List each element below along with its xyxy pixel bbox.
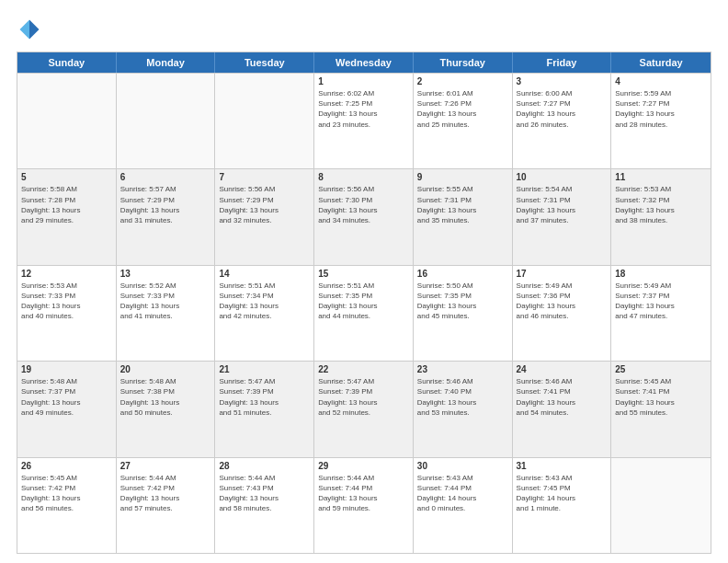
calendar-header-cell: Monday xyxy=(117,52,216,73)
calendar-cell: 18Sunrise: 5:49 AM Sunset: 7:37 PM Dayli… xyxy=(611,266,711,361)
day-number: 24 xyxy=(517,364,608,374)
day-number: 20 xyxy=(120,364,211,374)
calendar-cell xyxy=(17,74,117,168)
calendar-header-cell: Saturday xyxy=(611,52,711,73)
calendar-cell: 24Sunrise: 5:46 AM Sunset: 7:41 PM Dayli… xyxy=(513,362,612,456)
calendar-cell: 31Sunrise: 5:43 AM Sunset: 7:45 PM Dayli… xyxy=(513,458,612,553)
day-info: Sunrise: 5:54 AM Sunset: 7:31 PM Dayligh… xyxy=(517,184,608,225)
calendar-cell: 23Sunrise: 5:46 AM Sunset: 7:40 PM Dayli… xyxy=(414,362,513,456)
day-number: 10 xyxy=(517,172,608,182)
day-number: 13 xyxy=(120,269,211,279)
day-info: Sunrise: 5:59 AM Sunset: 7:27 PM Dayligh… xyxy=(615,88,707,130)
day-info: Sunrise: 5:49 AM Sunset: 7:36 PM Dayligh… xyxy=(517,281,608,322)
header xyxy=(17,17,711,42)
calendar-cell: 29Sunrise: 5:44 AM Sunset: 7:44 PM Dayli… xyxy=(314,458,414,553)
day-number: 19 xyxy=(21,364,112,374)
calendar-cell: 26Sunrise: 5:45 AM Sunset: 7:42 PM Dayli… xyxy=(17,458,117,553)
day-info: Sunrise: 5:45 AM Sunset: 7:42 PM Dayligh… xyxy=(21,473,112,514)
day-info: Sunrise: 5:49 AM Sunset: 7:37 PM Dayligh… xyxy=(615,281,707,322)
calendar-cell: 25Sunrise: 5:45 AM Sunset: 7:41 PM Dayli… xyxy=(611,362,711,456)
day-number: 7 xyxy=(219,172,310,182)
day-info: Sunrise: 5:53 AM Sunset: 7:32 PM Dayligh… xyxy=(615,184,707,225)
calendar-cell: 7Sunrise: 5:56 AM Sunset: 7:29 PM Daylig… xyxy=(215,169,314,264)
calendar-cell: 27Sunrise: 5:44 AM Sunset: 7:42 PM Dayli… xyxy=(117,458,216,553)
calendar-cell: 1Sunrise: 6:02 AM Sunset: 7:25 PM Daylig… xyxy=(314,74,414,168)
day-number: 29 xyxy=(318,461,409,471)
day-info: Sunrise: 5:58 AM Sunset: 7:28 PM Dayligh… xyxy=(21,184,112,225)
day-number: 2 xyxy=(417,76,508,86)
calendar-cell: 28Sunrise: 5:44 AM Sunset: 7:43 PM Dayli… xyxy=(215,458,314,553)
logo xyxy=(17,17,46,42)
day-info: Sunrise: 6:01 AM Sunset: 7:26 PM Dayligh… xyxy=(417,88,508,130)
day-info: Sunrise: 6:00 AM Sunset: 7:27 PM Dayligh… xyxy=(517,88,608,130)
calendar-cell: 12Sunrise: 5:53 AM Sunset: 7:33 PM Dayli… xyxy=(17,266,117,361)
calendar-week: 19Sunrise: 5:48 AM Sunset: 7:37 PM Dayli… xyxy=(17,361,711,456)
calendar-cell: 22Sunrise: 5:47 AM Sunset: 7:39 PM Dayli… xyxy=(314,362,414,456)
day-number: 11 xyxy=(615,172,707,182)
day-info: Sunrise: 5:44 AM Sunset: 7:42 PM Dayligh… xyxy=(120,473,211,514)
day-info: Sunrise: 5:43 AM Sunset: 7:45 PM Dayligh… xyxy=(517,473,608,514)
calendar: SundayMondayTuesdayWednesdayThursdayFrid… xyxy=(17,52,711,554)
day-number: 26 xyxy=(21,461,112,471)
day-info: Sunrise: 5:53 AM Sunset: 7:33 PM Dayligh… xyxy=(21,281,112,322)
calendar-cell: 15Sunrise: 5:51 AM Sunset: 7:35 PM Dayli… xyxy=(314,266,414,361)
day-number: 16 xyxy=(417,269,508,279)
day-info: Sunrise: 5:47 AM Sunset: 7:39 PM Dayligh… xyxy=(318,376,409,418)
day-info: Sunrise: 5:51 AM Sunset: 7:34 PM Dayligh… xyxy=(219,281,310,322)
calendar-header-cell: Thursday xyxy=(414,52,513,73)
calendar-cell: 5Sunrise: 5:58 AM Sunset: 7:28 PM Daylig… xyxy=(17,169,117,264)
day-number: 22 xyxy=(318,364,409,374)
day-number: 15 xyxy=(318,269,409,279)
day-number: 8 xyxy=(318,172,409,182)
day-info: Sunrise: 5:55 AM Sunset: 7:31 PM Dayligh… xyxy=(417,184,508,225)
calendar-cell: 14Sunrise: 5:51 AM Sunset: 7:34 PM Dayli… xyxy=(215,266,314,361)
day-number: 23 xyxy=(417,364,508,374)
svg-marker-0 xyxy=(29,20,40,40)
day-number: 1 xyxy=(318,76,409,86)
calendar-cell: 16Sunrise: 5:50 AM Sunset: 7:35 PM Dayli… xyxy=(414,266,513,361)
calendar-cell: 20Sunrise: 5:48 AM Sunset: 7:38 PM Dayli… xyxy=(117,362,216,456)
calendar-header-cell: Wednesday xyxy=(314,52,414,73)
day-number: 6 xyxy=(120,172,211,182)
day-number: 5 xyxy=(21,172,112,182)
calendar-cell: 13Sunrise: 5:52 AM Sunset: 7:33 PM Dayli… xyxy=(117,266,216,361)
day-info: Sunrise: 5:46 AM Sunset: 7:40 PM Dayligh… xyxy=(417,376,508,418)
calendar-cell: 10Sunrise: 5:54 AM Sunset: 7:31 PM Dayli… xyxy=(513,169,612,264)
day-number: 12 xyxy=(21,269,112,279)
day-info: Sunrise: 5:48 AM Sunset: 7:37 PM Dayligh… xyxy=(21,376,112,418)
day-number: 9 xyxy=(417,172,508,182)
calendar-cell: 30Sunrise: 5:43 AM Sunset: 7:44 PM Dayli… xyxy=(414,458,513,553)
day-number: 14 xyxy=(219,269,310,279)
calendar-week: 5Sunrise: 5:58 AM Sunset: 7:28 PM Daylig… xyxy=(17,168,711,264)
calendar-cell: 19Sunrise: 5:48 AM Sunset: 7:37 PM Dayli… xyxy=(17,362,117,456)
calendar-cell: 3Sunrise: 6:00 AM Sunset: 7:27 PM Daylig… xyxy=(513,74,612,168)
svg-marker-1 xyxy=(20,20,30,40)
day-number: 18 xyxy=(615,269,707,279)
calendar-cell xyxy=(117,74,216,168)
day-info: Sunrise: 5:50 AM Sunset: 7:35 PM Dayligh… xyxy=(417,281,508,322)
calendar-week: 26Sunrise: 5:45 AM Sunset: 7:42 PM Dayli… xyxy=(17,457,711,553)
day-info: Sunrise: 5:44 AM Sunset: 7:44 PM Dayligh… xyxy=(318,473,409,514)
day-number: 27 xyxy=(120,461,211,471)
day-info: Sunrise: 5:47 AM Sunset: 7:39 PM Dayligh… xyxy=(219,376,310,418)
day-number: 4 xyxy=(615,76,707,86)
logo-icon xyxy=(17,17,42,42)
calendar-header-cell: Friday xyxy=(513,52,612,73)
calendar-header-cell: Sunday xyxy=(17,52,117,73)
calendar-cell xyxy=(611,458,711,553)
calendar-cell: 8Sunrise: 5:56 AM Sunset: 7:30 PM Daylig… xyxy=(314,169,414,264)
calendar-cell: 9Sunrise: 5:55 AM Sunset: 7:31 PM Daylig… xyxy=(414,169,513,264)
day-number: 17 xyxy=(517,269,608,279)
calendar-week: 1Sunrise: 6:02 AM Sunset: 7:25 PM Daylig… xyxy=(17,73,711,168)
calendar-cell: 21Sunrise: 5:47 AM Sunset: 7:39 PM Dayli… xyxy=(215,362,314,456)
day-number: 3 xyxy=(517,76,608,86)
calendar-cell: 6Sunrise: 5:57 AM Sunset: 7:29 PM Daylig… xyxy=(117,169,216,264)
calendar-week: 12Sunrise: 5:53 AM Sunset: 7:33 PM Dayli… xyxy=(17,265,711,361)
day-info: Sunrise: 5:51 AM Sunset: 7:35 PM Dayligh… xyxy=(318,281,409,322)
calendar-cell: 17Sunrise: 5:49 AM Sunset: 7:36 PM Dayli… xyxy=(513,266,612,361)
day-number: 25 xyxy=(615,364,707,374)
calendar-body: 1Sunrise: 6:02 AM Sunset: 7:25 PM Daylig… xyxy=(17,73,711,553)
day-info: Sunrise: 5:43 AM Sunset: 7:44 PM Dayligh… xyxy=(417,473,508,514)
page: SundayMondayTuesdayWednesdayThursdayFrid… xyxy=(0,0,728,563)
day-info: Sunrise: 5:56 AM Sunset: 7:30 PM Dayligh… xyxy=(318,184,409,225)
